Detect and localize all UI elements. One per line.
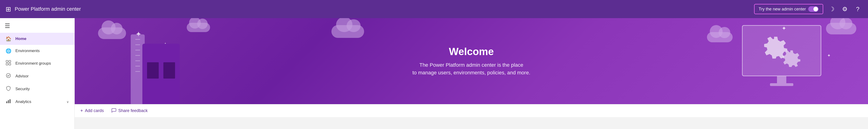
try-new-admin-toggle[interactable] — [808, 6, 818, 12]
theme-toggle-button[interactable]: ☽ — [827, 4, 836, 14]
waffle-icon[interactable]: ⊞ — [6, 5, 11, 13]
sparkle-4: ✦ — [827, 53, 831, 58]
home-icon: 🏠 — [6, 36, 11, 42]
analytics-chevron-icon: ∨ — [66, 100, 69, 104]
sidebar-item-security[interactable]: Security — [0, 83, 74, 95]
try-new-admin-button[interactable]: Try the new admin center — [754, 4, 823, 14]
banner-text: Welcome The Power Platform admin center … — [412, 46, 530, 77]
try-new-admin-label: Try the new admin center — [759, 7, 806, 12]
small-gear-icon — [783, 49, 800, 67]
help-button[interactable]: ? — [853, 4, 862, 14]
sidebar-label-environments: Environments — [16, 49, 69, 53]
help-icon: ? — [856, 6, 859, 13]
sidebar-label-advisor: Advisor — [16, 74, 69, 79]
welcome-title: Welcome — [412, 46, 530, 57]
sidebar-item-environment-groups[interactable]: Environment groups — [0, 57, 74, 70]
cloud-4 — [707, 32, 733, 42]
cloud-5 — [826, 23, 856, 34]
sidebar-label-home: Home — [16, 37, 69, 41]
add-cards-label: Add cards — [85, 108, 104, 113]
top-bar-right: Try the new admin center ☽ ⚙ ? — [754, 4, 862, 14]
svg-rect-7 — [9, 99, 10, 103]
svg-point-4 — [6, 74, 10, 78]
app-title: Power Platform admin center — [15, 6, 81, 12]
cloud-3 — [332, 25, 364, 38]
hamburger-row: ☰ — [0, 20, 74, 33]
sidebar-item-home[interactable]: 🏠 Home — [0, 33, 74, 45]
content-area: ✦ ✦ ✦ ✦ Welcome — [75, 18, 868, 129]
monitor-base — [770, 83, 793, 86]
cloud-2 — [187, 23, 210, 32]
monitor-screen — [742, 25, 821, 76]
top-bar: ⊞ Power Platform admin center Try the ne… — [0, 0, 868, 18]
svg-rect-2 — [6, 63, 8, 65]
share-feedback-label: Share feedback — [118, 108, 148, 113]
welcome-banner: ✦ ✦ ✦ ✦ Welcome — [75, 18, 868, 104]
sidebar-label-analytics: Analytics — [16, 99, 62, 104]
environments-icon: 🌐 — [6, 48, 11, 54]
settings-button[interactable]: ⚙ — [840, 4, 849, 14]
svg-rect-6 — [8, 100, 9, 103]
sidebar-item-advisor[interactable]: Advisor — [0, 70, 74, 83]
svg-rect-0 — [6, 60, 8, 62]
sidebar-item-environments[interactable]: 🌐 Environments — [0, 45, 74, 57]
moon-icon: ☽ — [829, 6, 834, 13]
sidebar: ☰ 🏠 Home 🌐 Environments Environment grou… — [0, 18, 75, 129]
sidebar-label-security: Security — [16, 87, 69, 91]
gear-container — [763, 34, 800, 67]
svg-rect-5 — [6, 101, 7, 103]
settings-icon: ⚙ — [842, 6, 847, 13]
add-cards-button[interactable]: + Add cards — [80, 108, 104, 114]
cloud-1 — [98, 28, 126, 39]
svg-rect-1 — [9, 60, 11, 62]
banner-building — [143, 44, 180, 104]
monitor-stand — [777, 76, 786, 83]
hamburger-icon[interactable]: ☰ — [5, 22, 10, 29]
security-icon — [6, 86, 11, 92]
bottom-toolbar: + Add cards Share feedback — [75, 104, 868, 117]
share-feedback-button[interactable]: Share feedback — [111, 108, 148, 114]
banner-subtitle: The Power Platform admin center is the p… — [412, 61, 530, 77]
share-feedback-icon — [111, 108, 117, 114]
analytics-icon — [6, 98, 11, 105]
main-area: ☰ 🏠 Home 🌐 Environments Environment grou… — [0, 18, 868, 129]
banner-ruler-marks — [135, 34, 140, 104]
environment-groups-icon — [6, 60, 11, 67]
top-bar-left: ⊞ Power Platform admin center — [6, 5, 81, 13]
svg-rect-3 — [9, 63, 11, 65]
banner-monitor — [742, 25, 821, 90]
advisor-icon — [6, 73, 11, 79]
sidebar-label-environment-groups: Environment groups — [16, 61, 69, 66]
add-cards-icon: + — [80, 108, 83, 114]
sidebar-item-analytics[interactable]: Analytics ∨ — [0, 95, 74, 108]
